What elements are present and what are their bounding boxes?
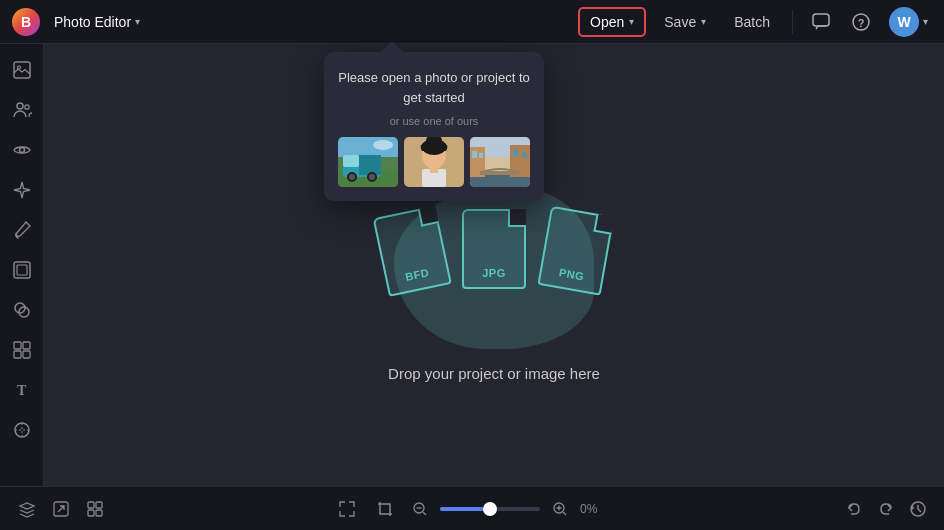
main-area: T Please open a photo or project to get … [0,44,944,486]
svg-rect-42 [513,149,518,157]
save-chevron: ▾ [701,16,706,27]
sidebar-item-text[interactable]: T [4,372,40,408]
help-button[interactable]: ? [845,6,877,38]
app-logo: B [12,8,40,36]
undo-icon [845,500,863,518]
file-card-bfd: BFD [373,205,452,297]
grid-button[interactable] [80,494,110,524]
crop-button[interactable] [370,494,400,524]
sample-photo-woman[interactable] [404,137,464,187]
avatar: W [889,7,919,37]
text-icon: T [12,380,32,400]
frame-icon [12,260,32,280]
svg-rect-13 [23,342,30,349]
history-button[interactable] [904,495,932,523]
svg-point-6 [24,105,28,109]
sidebar-item-texture[interactable] [4,332,40,368]
image-icon [12,60,32,80]
people-icon [12,100,32,120]
file-card-jpg: JPG [462,209,526,289]
topbar-divider [792,10,793,34]
svg-point-5 [17,103,23,109]
drop-text: Drop your project or image here [388,365,600,382]
svg-rect-40 [479,153,483,158]
open-button[interactable]: Open ▾ [578,7,646,37]
zoom-slider-track[interactable] [440,507,540,511]
layers-button[interactable] [12,494,42,524]
expand-button[interactable] [332,494,362,524]
bfd-card-corner [418,205,439,226]
open-dropdown-popup: Please open a photo or project to get st… [324,52,544,201]
van-thumbnail [338,137,398,187]
user-chevron: ▾ [923,16,928,27]
svg-rect-39 [472,151,477,158]
app-title-chevron: ▾ [135,16,140,27]
save-label: Save [664,14,696,30]
export-button[interactable] [46,494,76,524]
svg-text:?: ? [858,17,865,29]
history-icon [909,500,927,518]
svg-rect-46 [88,502,94,508]
app-title-label: Photo Editor [54,14,131,30]
overlay-icon [12,300,32,320]
svg-point-7 [19,148,24,153]
sparkle-icon [12,180,32,200]
svg-rect-0 [813,14,829,26]
chat-icon [812,13,830,31]
popup-sub-text: or use one of ours [338,115,530,127]
svg-point-17 [15,423,29,437]
redo-button[interactable] [872,495,900,523]
app-title-button[interactable]: Photo Editor ▾ [48,10,146,34]
export-icon [52,500,70,518]
canal-thumbnail [470,137,530,187]
svg-rect-43 [522,152,527,158]
bottombar-inner: 0% [12,494,932,524]
undo-button[interactable] [840,495,868,523]
zoom-slider-thumb[interactable] [483,502,497,516]
sidebar-item-image[interactable] [4,52,40,88]
popup-main-text: Please open a photo or project to get st… [338,68,530,107]
svg-rect-9 [17,265,27,275]
zoom-in-icon [552,501,568,517]
sample-photo-van[interactable] [338,137,398,187]
sidebar-item-people[interactable] [4,92,40,128]
save-button[interactable]: Save ▾ [654,9,716,35]
sidebar-item-sparkle[interactable] [4,172,40,208]
svg-rect-44 [480,171,520,175]
jpg-card-corner [508,209,526,227]
file-card-png: PNG [537,205,614,295]
zoom-controls: 0% [332,494,612,524]
redo-icon [877,500,895,518]
crop-icon [376,500,394,518]
png-card-corner [593,213,614,234]
open-label: Open [590,14,624,30]
bfd-card-bg [373,205,452,297]
sticker-icon [12,420,32,440]
bottom-left-controls [12,494,110,524]
svg-rect-48 [88,510,94,516]
eye-icon [12,140,32,160]
sidebar-item-overlay[interactable] [4,292,40,328]
zoom-out-button[interactable] [408,497,432,521]
svg-rect-34 [430,167,438,173]
sidebar: T [0,44,44,486]
sidebar-item-sticker[interactable] [4,412,40,448]
sidebar-item-brush[interactable] [4,212,40,248]
svg-rect-14 [14,351,21,358]
svg-point-25 [349,174,355,180]
chat-button[interactable] [805,6,837,38]
user-button[interactable]: W ▾ [885,5,932,39]
sidebar-item-eye[interactable] [4,132,40,168]
zoom-percent: 0% [580,502,612,516]
canvas-area[interactable]: Please open a photo or project to get st… [44,44,944,486]
batch-label: Batch [734,14,770,30]
zoom-in-button[interactable] [548,497,572,521]
batch-button[interactable]: Batch [724,9,780,35]
svg-rect-49 [96,510,102,516]
help-icon: ? [852,13,870,31]
brush-icon [12,220,32,240]
woman-thumbnail [404,137,464,187]
layers-icon [18,500,36,518]
sample-photo-canal[interactable] [470,137,530,187]
sidebar-item-frame[interactable] [4,252,40,288]
